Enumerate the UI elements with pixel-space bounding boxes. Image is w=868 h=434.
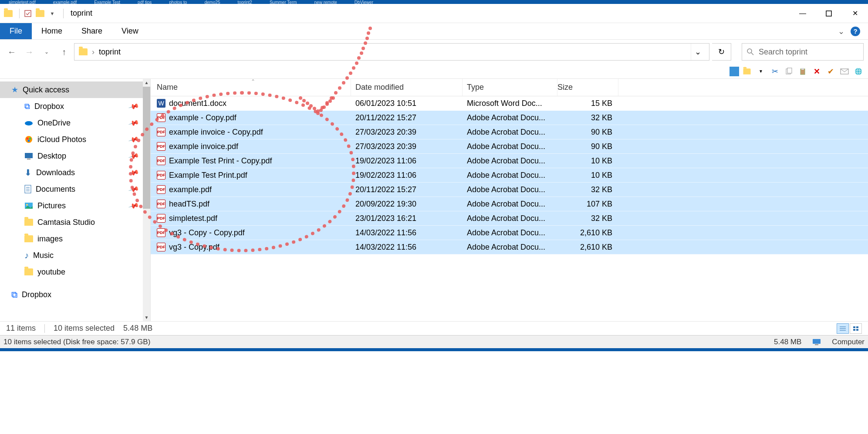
- svg-point-2: [747, 49, 752, 53]
- file-date: 20/11/2022 15:27: [351, 185, 463, 194]
- svg-rect-18: [27, 159, 30, 159]
- sidebar-scrollbar[interactable]: ▲ ▼: [143, 79, 150, 321]
- pin-icon: 📌: [128, 101, 140, 112]
- sidebar-item-music[interactable]: ♪Music: [0, 247, 150, 264]
- tool-cut-icon[interactable]: ✂: [769, 66, 781, 77]
- scroll-down-icon[interactable]: ▼: [143, 314, 150, 321]
- file-size: 32 KB: [557, 185, 618, 194]
- qat-dropdown-icon[interactable]: ▼: [47, 9, 57, 18]
- file-row[interactable]: PDFexample invoice - Copy.pdf27/03/2023 …: [151, 125, 868, 139]
- sidebar-item-camtasia-studio[interactable]: Camtasia Studio: [0, 214, 150, 231]
- tool-dropdown-icon[interactable]: ▼: [755, 66, 767, 77]
- col-size-header[interactable]: Size: [557, 79, 618, 96]
- tool-mail-icon[interactable]: [838, 66, 851, 77]
- sidebar-item-dropbox[interactable]: ⧉Dropbox📌: [0, 98, 150, 115]
- refresh-button[interactable]: ↻: [712, 43, 731, 61]
- file-type: Adobe Acrobat Docu...: [463, 171, 557, 180]
- qat-properties-icon[interactable]: [23, 9, 33, 18]
- file-type: Adobe Acrobat Docu...: [463, 200, 557, 209]
- tab-view[interactable]: View: [112, 23, 148, 39]
- file-row[interactable]: PDFvg3 - Copy - Copy.pdf14/03/2022 11:56…: [151, 226, 868, 240]
- search-input[interactable]: Search toprint: [742, 43, 864, 61]
- qat-newfolder-icon[interactable]: [35, 9, 45, 18]
- col-name-header[interactable]: Name ⌃: [151, 79, 351, 96]
- tool-copy-icon[interactable]: [783, 66, 795, 77]
- file-row[interactable]: PDFexample invoice.pdf27/03/2023 20:39Ad…: [151, 139, 868, 154]
- tab-share[interactable]: Share: [72, 23, 112, 39]
- file-row[interactable]: Wdocument1.docx06/01/2023 10:51Microsoft…: [151, 96, 868, 111]
- sidebar-item-pictures[interactable]: Pictures📌: [0, 197, 150, 214]
- sidebar-item-icloud-photos[interactable]: iCloud Photos📌: [0, 131, 150, 148]
- breadcrumb-folder[interactable]: toprint: [99, 47, 121, 57]
- file-date: 06/01/2023 10:51: [351, 99, 463, 108]
- file-type: Microsoft Word Doc...: [463, 99, 557, 108]
- pin-icon: 📌: [128, 150, 140, 162]
- help-icon[interactable]: ?: [851, 27, 860, 36]
- back-button[interactable]: ←: [4, 44, 19, 59]
- sort-indicator-icon: ⌃: [251, 78, 255, 85]
- pin-icon: 📌: [128, 200, 140, 211]
- up-button[interactable]: ↑: [57, 44, 71, 59]
- svg-point-13: [25, 136, 32, 143]
- search-icon: [746, 48, 754, 56]
- file-row[interactable]: PDFExample Test Print.pdf19/02/2023 11:0…: [151, 168, 868, 183]
- sidebar-dropbox-section[interactable]: ⧉ Dropbox: [0, 286, 150, 303]
- pdf-icon: PDF: [157, 156, 165, 165]
- sidebar-item-documents[interactable]: Documents📌: [0, 181, 150, 197]
- svg-rect-7: [801, 68, 804, 70]
- pin-icon: 📌: [128, 167, 140, 178]
- file-row[interactable]: PDFexample.pdf20/11/2022 15:27Adobe Acro…: [151, 183, 868, 197]
- address-dropdown-icon[interactable]: ⌄: [691, 44, 705, 60]
- tool-delete-icon[interactable]: ✕: [811, 66, 823, 77]
- svg-rect-31: [856, 329, 858, 331]
- status-bar: 11 items 10 items selected 5.48 MB: [0, 321, 868, 335]
- tool-organize-icon[interactable]: [741, 66, 753, 77]
- file-row[interactable]: PDFvg3 - Copy.pdf14/03/2022 11:56Adobe A…: [151, 240, 868, 254]
- file-type: Adobe Acrobat Docu...: [463, 185, 557, 194]
- bottom-size: 5.48 MB: [774, 338, 801, 346]
- ribbon-expand-icon[interactable]: ⌄: [838, 27, 844, 36]
- tab-home[interactable]: Home: [32, 23, 72, 39]
- sidebar-item-downloads[interactable]: ⬇Downloads📌: [0, 164, 150, 181]
- svg-line-3: [751, 53, 753, 55]
- view-details-button[interactable]: [837, 323, 849, 334]
- recent-dropdown[interactable]: ⌄: [39, 44, 54, 59]
- pdf-icon: PDF: [157, 142, 165, 151]
- file-size: 10 KB: [557, 156, 618, 166]
- col-type-header[interactable]: Type: [463, 79, 557, 96]
- file-row[interactable]: PDFexample - Copy.pdf20/11/2022 15:27Ado…: [151, 111, 868, 125]
- file-row[interactable]: PDFExample Test Print - Copy.pdf19/02/20…: [151, 154, 868, 168]
- svg-rect-30: [853, 329, 855, 331]
- sidebar-item-youtube[interactable]: youtube: [0, 264, 150, 280]
- file-row[interactable]: PDFheadTS.pdf20/09/2022 19:30Adobe Acrob…: [151, 197, 868, 211]
- file-date: 23/01/2023 16:21: [351, 214, 463, 223]
- status-selection-count: 10 items selected: [54, 324, 115, 333]
- file-date: 19/02/2023 11:06: [351, 156, 463, 166]
- close-button[interactable]: ✕: [842, 4, 868, 23]
- forward-button[interactable]: →: [22, 44, 37, 59]
- file-row[interactable]: PDFsimpletest.pdf23/01/2023 16:21Adobe A…: [151, 211, 868, 226]
- svg-rect-28: [853, 326, 855, 328]
- tab-file[interactable]: File: [0, 23, 32, 39]
- address-bar[interactable]: › toprint ⌄: [74, 43, 709, 61]
- sidebar-item-images[interactable]: images: [0, 231, 150, 247]
- tool-globe-icon[interactable]: [852, 66, 865, 77]
- view-thumbnails-button[interactable]: [850, 323, 862, 334]
- file-date: 20/09/2022 19:30: [351, 200, 463, 209]
- file-name: example.pdf: [169, 185, 212, 194]
- file-date: 20/11/2022 15:27: [351, 113, 463, 122]
- sidebar-item-desktop[interactable]: Desktop📌: [0, 148, 150, 164]
- sidebar-item-onedrive[interactable]: OneDrive📌: [0, 115, 150, 131]
- file-date: 19/02/2023 11:06: [351, 171, 463, 180]
- sidebar-quick-access[interactable]: ★ Quick access: [0, 81, 150, 98]
- file-name: document1.docx: [169, 99, 226, 108]
- scroll-up-icon[interactable]: ▲: [143, 79, 150, 86]
- tool-check-icon[interactable]: ✔: [824, 66, 837, 77]
- tool-paste-icon[interactable]: [797, 66, 809, 77]
- minimize-button[interactable]: —: [790, 4, 816, 23]
- col-date-header[interactable]: Date modified: [351, 79, 463, 96]
- svg-point-14: [27, 138, 29, 140]
- scroll-thumb[interactable]: [143, 87, 150, 209]
- tool-preview-icon[interactable]: [730, 67, 739, 76]
- maximize-button[interactable]: [816, 4, 842, 23]
